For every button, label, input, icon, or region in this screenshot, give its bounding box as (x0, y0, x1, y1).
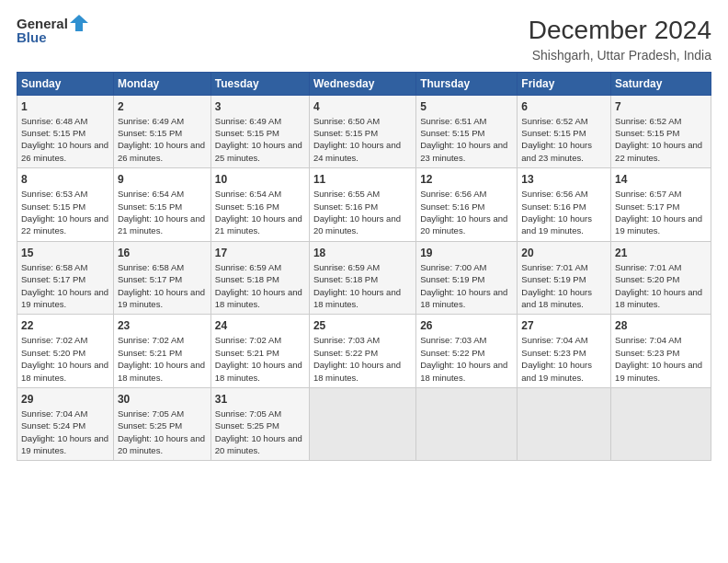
col-header-thursday: Thursday (416, 72, 518, 95)
day-info: Sunrise: 6:51 AMSunset: 5:15 PMDaylight:… (420, 116, 507, 163)
day-cell: 27Sunrise: 7:04 AMSunset: 5:23 PMDayligh… (518, 315, 611, 388)
day-info: Sunrise: 6:58 AMSunset: 5:17 PMDaylight:… (118, 262, 205, 309)
day-cell: 17Sunrise: 6:59 AMSunset: 5:18 PMDayligh… (210, 241, 309, 315)
day-cell: 6Sunrise: 6:52 AMSunset: 5:15 PMDaylight… (518, 95, 611, 168)
day-number: 12 (420, 172, 513, 187)
col-header-sunday: Sunday (17, 72, 114, 95)
day-cell: 22Sunrise: 7:02 AMSunset: 5:20 PMDayligh… (17, 315, 114, 388)
day-info: Sunrise: 6:54 AMSunset: 5:15 PMDaylight:… (118, 189, 205, 236)
day-info: Sunrise: 7:05 AMSunset: 5:25 PMDaylight:… (118, 408, 205, 455)
day-number: 22 (21, 318, 109, 333)
day-cell: 28Sunrise: 7:04 AMSunset: 5:23 PMDayligh… (611, 315, 711, 388)
day-number: 7 (615, 99, 707, 114)
day-cell: 23Sunrise: 7:02 AMSunset: 5:21 PMDayligh… (113, 315, 210, 388)
day-info: Sunrise: 7:03 AMSunset: 5:22 PMDaylight:… (313, 335, 401, 382)
logo-arrow-icon (70, 15, 88, 31)
day-number: 21 (615, 246, 707, 260)
page: General Blue December 2024 Shishgarh, Ut… (0, 0, 728, 563)
day-number: 28 (615, 318, 707, 333)
day-cell: 30Sunrise: 7:05 AMSunset: 5:25 PMDayligh… (113, 387, 210, 461)
day-info: Sunrise: 6:56 AMSunset: 5:16 PMDaylight:… (420, 189, 507, 236)
day-info: Sunrise: 6:59 AMSunset: 5:18 PMDaylight:… (313, 262, 401, 309)
day-info: Sunrise: 7:04 AMSunset: 5:24 PMDaylight:… (21, 408, 108, 455)
day-info: Sunrise: 7:04 AMSunset: 5:23 PMDaylight:… (521, 335, 592, 382)
day-number: 1 (21, 99, 109, 114)
day-info: Sunrise: 6:54 AMSunset: 5:16 PMDaylight:… (215, 189, 302, 236)
day-info: Sunrise: 6:53 AMSunset: 5:15 PMDaylight:… (21, 189, 108, 236)
day-cell: 15Sunrise: 6:58 AMSunset: 5:17 PMDayligh… (17, 241, 114, 315)
day-cell: 9Sunrise: 6:54 AMSunset: 5:15 PMDaylight… (113, 168, 210, 242)
day-info: Sunrise: 6:55 AMSunset: 5:16 PMDaylight:… (313, 189, 401, 236)
day-number: 10 (215, 172, 305, 187)
main-title: December 2024 (529, 15, 711, 46)
day-number: 24 (215, 318, 305, 333)
col-header-saturday: Saturday (611, 72, 711, 95)
day-cell: 10Sunrise: 6:54 AMSunset: 5:16 PMDayligh… (210, 168, 309, 242)
day-cell: 14Sunrise: 6:57 AMSunset: 5:17 PMDayligh… (611, 168, 711, 242)
header-row: SundayMondayTuesdayWednesdayThursdayFrid… (17, 72, 711, 95)
day-info: Sunrise: 6:59 AMSunset: 5:18 PMDaylight:… (215, 262, 302, 309)
week-row-5: 29Sunrise: 7:04 AMSunset: 5:24 PMDayligh… (17, 387, 711, 461)
day-cell: 18Sunrise: 6:59 AMSunset: 5:18 PMDayligh… (309, 241, 415, 315)
day-number: 27 (521, 318, 607, 333)
day-info: Sunrise: 7:01 AMSunset: 5:20 PMDaylight:… (615, 262, 702, 309)
col-header-tuesday: Tuesday (210, 72, 309, 95)
logo-text-general: General (17, 16, 68, 31)
day-number: 19 (420, 246, 513, 260)
day-cell: 13Sunrise: 6:56 AMSunset: 5:16 PMDayligh… (518, 168, 611, 242)
week-row-1: 1Sunrise: 6:48 AMSunset: 5:15 PMDaylight… (17, 95, 711, 168)
day-info: Sunrise: 6:50 AMSunset: 5:15 PMDaylight:… (313, 116, 401, 163)
day-number: 23 (118, 318, 207, 333)
svg-marker-0 (70, 15, 88, 31)
day-number: 11 (313, 172, 412, 187)
day-number: 9 (118, 172, 207, 187)
day-number: 17 (215, 246, 305, 260)
day-number: 31 (215, 392, 305, 407)
day-number: 25 (313, 318, 412, 333)
day-cell: 12Sunrise: 6:56 AMSunset: 5:16 PMDayligh… (416, 168, 518, 242)
header: General Blue December 2024 Shishgarh, Ut… (17, 15, 711, 63)
day-cell: 11Sunrise: 6:55 AMSunset: 5:16 PMDayligh… (309, 168, 415, 242)
day-info: Sunrise: 7:04 AMSunset: 5:23 PMDaylight:… (615, 335, 702, 382)
calendar-table: SundayMondayTuesdayWednesdayThursdayFrid… (17, 72, 711, 462)
day-cell (309, 387, 415, 461)
day-cell: 4Sunrise: 6:50 AMSunset: 5:15 PMDaylight… (309, 95, 415, 168)
day-info: Sunrise: 7:01 AMSunset: 5:19 PMDaylight:… (521, 262, 592, 309)
logo: General Blue (17, 15, 88, 45)
col-header-monday: Monday (113, 72, 210, 95)
week-row-4: 22Sunrise: 7:02 AMSunset: 5:20 PMDayligh… (17, 315, 711, 388)
day-cell: 1Sunrise: 6:48 AMSunset: 5:15 PMDaylight… (17, 95, 114, 168)
logo-text-blue: Blue (17, 29, 47, 45)
day-info: Sunrise: 7:05 AMSunset: 5:25 PMDaylight:… (215, 408, 302, 455)
day-number: 16 (118, 246, 207, 260)
day-cell: 20Sunrise: 7:01 AMSunset: 5:19 PMDayligh… (518, 241, 611, 315)
day-cell: 26Sunrise: 7:03 AMSunset: 5:22 PMDayligh… (416, 315, 518, 388)
week-row-2: 8Sunrise: 6:53 AMSunset: 5:15 PMDaylight… (17, 168, 711, 242)
title-block: December 2024 Shishgarh, Uttar Pradesh, … (529, 15, 711, 63)
subtitle: Shishgarh, Uttar Pradesh, India (529, 48, 711, 63)
day-number: 15 (21, 246, 109, 260)
day-number: 14 (615, 172, 707, 187)
day-number: 29 (21, 392, 109, 407)
logo-container: General Blue (17, 15, 88, 45)
day-number: 26 (420, 318, 513, 333)
day-number: 13 (521, 172, 607, 187)
day-cell: 2Sunrise: 6:49 AMSunset: 5:15 PMDaylight… (113, 95, 210, 168)
day-info: Sunrise: 6:58 AMSunset: 5:17 PMDaylight:… (21, 262, 108, 309)
day-cell: 29Sunrise: 7:04 AMSunset: 5:24 PMDayligh… (17, 387, 114, 461)
day-cell: 24Sunrise: 7:02 AMSunset: 5:21 PMDayligh… (210, 315, 309, 388)
col-header-wednesday: Wednesday (309, 72, 415, 95)
day-cell: 25Sunrise: 7:03 AMSunset: 5:22 PMDayligh… (309, 315, 415, 388)
day-info: Sunrise: 7:03 AMSunset: 5:22 PMDaylight:… (420, 335, 507, 382)
day-number: 18 (313, 246, 412, 260)
day-info: Sunrise: 6:48 AMSunset: 5:15 PMDaylight:… (21, 116, 108, 163)
day-number: 6 (521, 99, 607, 114)
day-cell: 19Sunrise: 7:00 AMSunset: 5:19 PMDayligh… (416, 241, 518, 315)
day-cell (518, 387, 611, 461)
day-cell (416, 387, 518, 461)
day-info: Sunrise: 7:02 AMSunset: 5:20 PMDaylight:… (21, 335, 108, 382)
day-cell: 3Sunrise: 6:49 AMSunset: 5:15 PMDaylight… (210, 95, 309, 168)
day-cell: 7Sunrise: 6:52 AMSunset: 5:15 PMDaylight… (611, 95, 711, 168)
day-cell: 5Sunrise: 6:51 AMSunset: 5:15 PMDaylight… (416, 95, 518, 168)
day-number: 5 (420, 99, 513, 114)
